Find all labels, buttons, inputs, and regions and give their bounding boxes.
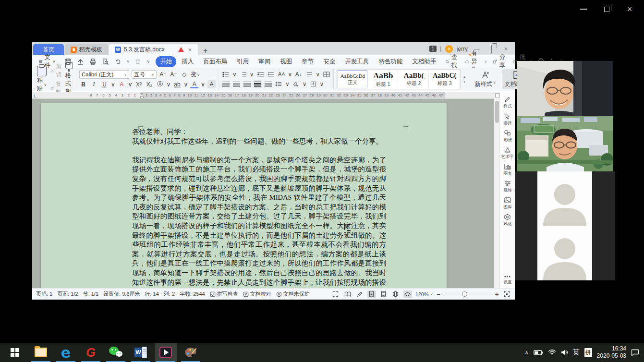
ime-language-indicator[interactable]: 英 xyxy=(573,348,580,357)
spellcheck-toggle[interactable]: 拼写检查 xyxy=(210,290,238,298)
paragraph-layout-button[interactable] xyxy=(305,71,313,79)
sidebar-item-styles[interactable]: 样式 xyxy=(503,96,512,109)
menu-item[interactable]: 插入 xyxy=(177,56,198,67)
player-close-button[interactable]: × xyxy=(622,4,637,14)
fit-page-button[interactable] xyxy=(502,290,511,298)
decrease-indent-button[interactable] xyxy=(256,71,265,79)
document-protection-toggle[interactable]: 文档未保护 xyxy=(276,290,310,298)
action-center-icon[interactable] xyxy=(631,349,639,356)
eye-protection-button[interactable] xyxy=(403,290,412,298)
user-avatar[interactable] xyxy=(445,45,453,53)
notification-badge[interactable]: 1 xyxy=(429,46,437,52)
sidebar-item-chart[interactable]: 图表 xyxy=(503,163,512,177)
participant-placeholder-3[interactable] xyxy=(537,171,592,226)
undo-dropdown-icon[interactable]: ∨ xyxy=(127,60,130,64)
document-viewport[interactable]: 各位老师、同学： 我就仅针对我工作这些年，遇到的一些问题、做的一些思考，和大家做… xyxy=(32,99,494,288)
align-center-button[interactable] xyxy=(232,80,241,88)
tab-document[interactable]: W 5.3.发言稿.docx × xyxy=(109,44,198,55)
zoom-out-button[interactable]: − xyxy=(437,290,440,298)
wifi-icon[interactable] xyxy=(548,350,556,355)
style-normal[interactable]: AaBbCcDd 正文 xyxy=(338,70,367,88)
clear-format-button[interactable]: ◇ xyxy=(180,71,188,79)
superscript-button[interactable]: X² xyxy=(135,80,143,88)
character-shading-button[interactable]: A xyxy=(207,80,216,88)
taskbar-edge[interactable]: e xyxy=(55,343,77,362)
menu-item[interactable]: 视图 xyxy=(276,56,296,67)
proofread-toggle[interactable]: 文档校对 xyxy=(243,290,271,298)
taskbar-red-g-app[interactable]: G xyxy=(80,343,102,362)
undo-icon[interactable] xyxy=(114,58,122,65)
speaker-icon[interactable] xyxy=(561,350,568,355)
new-style-button[interactable]: 新样式∨ xyxy=(472,69,499,89)
print-preview-icon[interactable] xyxy=(102,58,109,65)
bullet-list-button[interactable] xyxy=(222,71,230,79)
font-name-select[interactable]: Calibri (正文)∨ xyxy=(79,70,129,79)
paste-button[interactable]: 粘贴∨ xyxy=(35,66,49,93)
style-heading2[interactable]: AaBb( 标题 2 xyxy=(399,70,429,88)
zoom-slider[interactable] xyxy=(444,294,492,295)
shrink-font-button[interactable]: A⁻ xyxy=(170,71,178,79)
taskbar-word[interactable]: W xyxy=(130,343,152,362)
justify-button[interactable] xyxy=(254,80,262,88)
status-word-count[interactable]: 字数: 2544 xyxy=(180,290,205,298)
page-view-button[interactable] xyxy=(367,290,376,298)
scrollbar-thumb[interactable] xyxy=(495,101,499,123)
tab-docer-templates[interactable]: 稻壳模板 xyxy=(65,44,108,55)
sidebar-item-properties[interactable]: 属性 xyxy=(503,180,512,193)
distribute-button[interactable] xyxy=(264,80,272,88)
character-scale-button[interactable]: A˄ xyxy=(278,71,286,79)
paragraph[interactable]: 我记得我在迪斯尼参与编制的第一个方案，是城堡两个塔尖之间的悬空连廊，为了提供外立… xyxy=(132,156,386,288)
style-heading3[interactable]: AaBbC( 标题 3 xyxy=(430,70,460,88)
tab-stop-selector[interactable]: L xyxy=(34,94,36,98)
taskbar-file-explorer[interactable] xyxy=(30,343,52,362)
write-mode-button[interactable] xyxy=(355,290,364,298)
borders-button[interactable] xyxy=(309,80,317,88)
cut-button[interactable]: 剪切 xyxy=(50,62,63,79)
first-line-indent-marker[interactable] xyxy=(140,93,144,95)
sidebar-item-gallery[interactable]: 图库 xyxy=(503,197,512,210)
redo-icon[interactable] xyxy=(134,58,142,65)
ruler-toggle-button[interactable] xyxy=(495,93,499,97)
outline-view-button[interactable] xyxy=(379,290,388,298)
web-view-button[interactable] xyxy=(391,290,400,298)
paragraph[interactable]: 各位老师、同学： xyxy=(132,127,386,137)
style-gallery-scroll[interactable]: ▴ ▾ xyxy=(462,75,466,84)
menu-item[interactable]: 特色功能 xyxy=(374,56,407,67)
taskbar-clock[interactable]: 16:34 2020-05-03 xyxy=(597,345,626,360)
participant-placeholder-4[interactable] xyxy=(537,226,592,281)
menu-item[interactable]: 审阅 xyxy=(254,56,275,67)
customize-quickbar-icon[interactable]: ∨ xyxy=(147,59,150,64)
subscript-button[interactable]: X₂ xyxy=(146,80,154,88)
tab-close-icon[interactable]: × xyxy=(187,46,193,53)
style-heading1[interactable]: AaBb 标题 1 xyxy=(368,70,398,88)
document-text[interactable]: 各位老师、同学： 我就仅针对我工作这些年，遇到的一些问题、做的一些思考，和大家做… xyxy=(132,127,386,288)
fullscreen-view-button[interactable] xyxy=(331,290,340,298)
menu-item[interactable]: 页面布局 xyxy=(199,56,231,67)
ime-pinyin-indicator[interactable]: 拼 xyxy=(584,348,592,357)
taskbar-video-player-active[interactable] xyxy=(155,343,177,362)
paragraph[interactable]: 我就仅针对我工作这些年，遇到的一些问题、做的一些思考，和大家做一个分享。 xyxy=(132,137,386,146)
horizontal-ruler[interactable]: L 87654321 12345678910111213141516171819… xyxy=(32,92,494,99)
participant-video-2[interactable] xyxy=(517,116,613,171)
menu-item[interactable]: 章节 xyxy=(297,56,318,67)
menu-item-home[interactable]: 开始 xyxy=(156,56,176,67)
battery-icon[interactable] xyxy=(534,350,543,355)
font-size-select[interactable]: 五号∨ xyxy=(132,70,157,79)
player-minimize-button[interactable] xyxy=(576,4,591,14)
print-icon[interactable] xyxy=(89,58,97,65)
start-button[interactable] xyxy=(4,343,26,362)
export-icon[interactable] xyxy=(77,58,85,65)
share-button[interactable]: 分享 xyxy=(493,53,508,70)
zoom-slider-thumb[interactable] xyxy=(462,291,467,297)
menu-item[interactable]: 安全 xyxy=(319,56,340,67)
line-spacing-button[interactable] xyxy=(275,80,283,88)
zoom-level-button[interactable]: 120%∨ xyxy=(415,291,433,297)
hidden-icons-chevron[interactable]: ∧ xyxy=(525,350,529,356)
vertical-scrollbar[interactable] xyxy=(494,92,499,288)
increase-indent-button[interactable] xyxy=(267,71,275,79)
italic-button[interactable]: I xyxy=(90,80,98,88)
text-effects-button[interactable]: 变∨ xyxy=(191,71,200,79)
underline-button[interactable]: U xyxy=(100,80,109,88)
taskbar-paint-app[interactable] xyxy=(180,343,202,362)
sidebar-item-style2[interactable]: 风格 xyxy=(503,214,512,227)
